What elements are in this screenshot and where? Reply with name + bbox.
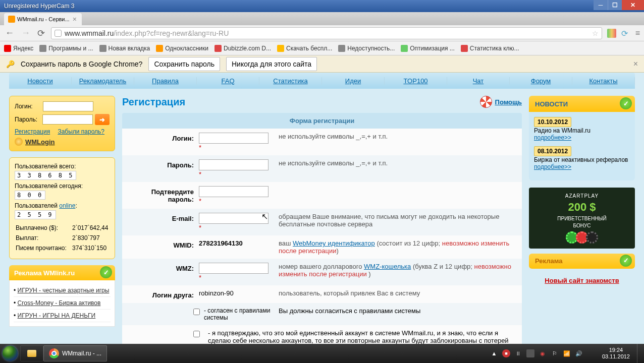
nav-link[interactable]: FAQ [221, 77, 234, 85]
field-label-login: Логин: [128, 133, 199, 151]
reload-button[interactable]: ⟳ [36, 28, 46, 39]
nav-link[interactable]: Контакты [589, 77, 617, 85]
reg-wmz-input[interactable] [199, 263, 269, 274]
bookmark-item[interactable]: Статистика клю... [461, 45, 519, 52]
tray-app-icon[interactable]: ◉ [539, 349, 547, 357]
pinned-explorer[interactable] [20, 345, 43, 361]
nav-link[interactable]: Новости [27, 77, 52, 85]
tray-network-icon[interactable]: 📶 [563, 349, 571, 357]
forward-button[interactable]: → [20, 28, 31, 38]
bookmark-icon [461, 45, 468, 52]
news-more-link[interactable]: подробнее>> [534, 163, 571, 170]
azartplay-banner[interactable]: AZARTPLAY 200 $ ПРИВЕТСТВЕННЫЙ БОНУС [529, 188, 635, 249]
ad-link[interactable]: ИГРУН - ИГРЫ НА ДЕНЬГИ [18, 312, 96, 319]
address-bar[interactable]: www.wmmail.ru/index.php?cf=reg-newr&lang… [51, 27, 602, 39]
reg-login-input[interactable] [199, 133, 269, 144]
login-input[interactable] [43, 101, 93, 111]
save-password-button[interactable]: Сохранить пароль [148, 57, 220, 71]
tray-pause-icon[interactable]: ⏸ [514, 349, 522, 357]
password-input[interactable] [42, 114, 93, 125]
bookmark-item[interactable]: Программы и ... [39, 45, 93, 52]
field-label-password: Пароль: [128, 159, 199, 178]
back-button[interactable]: ← [4, 28, 15, 38]
extension-icon[interactable] [607, 29, 616, 38]
bookmark-icon [99, 45, 106, 52]
start-button[interactable] [0, 344, 20, 363]
register-link[interactable]: Регистрация [15, 128, 50, 135]
window-close[interactable]: ✕ [622, 0, 644, 10]
windows-orb-icon [3, 346, 18, 361]
bookmark-item[interactable]: Dubizzle.com D... [214, 45, 271, 52]
nav-link[interactable]: Статистика [273, 77, 307, 85]
bookmark-item[interactable]: Новая вкладка [99, 45, 150, 52]
agree-rules-hint: Вы должны согласиться с правилами систем… [275, 307, 516, 321]
window-title: Unregistered HyperCam 3 [4, 3, 74, 10]
hint-email: обращаем Ваше внимание, что письма могут… [275, 213, 516, 231]
check-icon: ✓ [620, 255, 632, 267]
bookmark-item[interactable]: Яндекс [4, 45, 33, 52]
window-minimize[interactable]: ─ [594, 0, 608, 10]
key-icon: 🔑 [6, 60, 15, 68]
bookmark-item[interactable]: Недоступность... [338, 45, 395, 52]
news-item: 08.10.2012Биржа от неактивных рефераловп… [534, 146, 630, 170]
reg-confirm-input[interactable] [199, 186, 269, 197]
show-desktop-button[interactable] [637, 344, 642, 363]
windows-taskbar: WMmail.ru - ... ▲ ■ ⏸ ◉ ⚐ 📶 🔊 19:24 03.1… [0, 344, 644, 363]
nav-link[interactable]: Правила [152, 77, 179, 85]
tab-close-icon[interactable]: × [72, 15, 78, 23]
ad-link[interactable]: ИГРУН - честные азартные игры [18, 287, 110, 294]
tray-app-icon[interactable] [526, 349, 534, 357]
forgot-password-link[interactable]: Забыли пароль? [58, 128, 104, 135]
ad-link[interactable]: Cross-Money - Биржа активов [18, 299, 101, 307]
single-account-checkbox[interactable] [193, 331, 200, 337]
browser-tab[interactable]: WMmail.ru - Серви... × [4, 13, 82, 25]
stats-paid: 2`017`642,44 [72, 223, 108, 232]
agree-rules-checkbox[interactable] [193, 309, 200, 315]
rules-link[interactable]: правилами [239, 307, 271, 314]
password-infobar: 🔑 Сохранить пароль в Google Chrome? Сохр… [0, 55, 644, 73]
nav-link[interactable]: Форум [531, 77, 551, 85]
reg-password-input[interactable] [199, 159, 269, 170]
window-maximize[interactable]: ☐ [608, 0, 622, 10]
bookmark-icon [338, 45, 345, 52]
help-link[interactable]: Помощь [480, 96, 522, 108]
wmz-wallet-link[interactable]: WMZ-кошелька [364, 263, 411, 270]
bookmark-item[interactable]: Одноклассники [156, 45, 208, 52]
bookmark-item[interactable]: Оптимизация ... [401, 45, 455, 52]
password-label: Пароль: [15, 116, 40, 123]
tray-volume-icon[interactable]: 🔊 [575, 349, 583, 357]
wmlogin-link[interactable]: WMLogin [25, 138, 55, 146]
bookmark-star-icon[interactable]: ☆ [592, 29, 599, 37]
wmlink-box: Реклама WMlink.ru✓ • ИГРУН - честные аза… [9, 265, 115, 327]
system-tray: ▲ ■ ⏸ ◉ ⚐ 📶 🔊 19:24 03.11.2012 [490, 344, 644, 363]
page-title-row: Регистрация Помощь [122, 96, 522, 108]
nav-link[interactable]: Чат [473, 77, 484, 85]
bookmark-item[interactable]: Скачать беспл... [277, 45, 332, 52]
dating-site-link[interactable]: Новый сайт знакомств [545, 277, 619, 284]
reg-email-input[interactable] [199, 213, 269, 224]
news-more-link[interactable]: подробнее>> [534, 134, 571, 141]
field-label-wmz: WMZ: [128, 263, 199, 281]
tray-stop-icon[interactable]: ■ [502, 349, 510, 357]
extension-icon[interactable]: ⟳ [621, 29, 630, 38]
never-save-button[interactable]: Никогда для этого сайта [226, 57, 317, 71]
taskbar-chrome-item[interactable]: WMmail.ru - ... [43, 345, 107, 361]
infobar-close-icon[interactable]: × [633, 59, 638, 69]
webmoney-id-link[interactable]: WebMoney идентификатор [293, 239, 375, 247]
login-submit-button[interactable]: ➜ [95, 114, 110, 125]
bookmark-icon [156, 45, 163, 52]
nav-link[interactable]: TOP100 [403, 77, 427, 85]
tray-lang-icon[interactable] [587, 349, 595, 357]
hint-referrer: пользователь, который привлек Вас в сист… [275, 289, 516, 299]
nav-link[interactable]: Рекламодатель [79, 77, 126, 85]
online-link[interactable]: online [59, 202, 75, 209]
menu-icon[interactable]: ≡ [635, 29, 640, 38]
hint-wmid: ваш WebMoney идентификатор (состоит из 1… [275, 239, 516, 255]
browser-tabstrip: WMmail.ru - Серви... × [0, 12, 644, 25]
taskbar-clock[interactable]: 19:24 03.11.2012 [599, 347, 633, 360]
tray-arrow-icon[interactable]: ▲ [490, 349, 498, 357]
nav-link[interactable]: Идеи [345, 77, 361, 85]
stats-online: 2 5 5 9 [15, 210, 56, 219]
tray-flag-icon[interactable]: ⚐ [551, 349, 559, 357]
stats-total: 3 3 8 6 8 5 [15, 171, 76, 180]
